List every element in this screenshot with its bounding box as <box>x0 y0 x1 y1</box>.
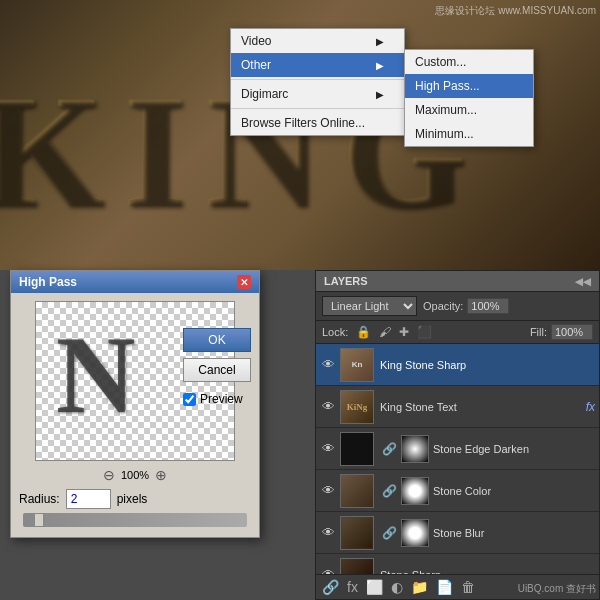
opacity-label: Opacity: <box>423 300 463 312</box>
folder-icon[interactable]: 📁 <box>411 579 428 595</box>
layer-item-stone-edge[interactable]: 👁 🔗 Stone Edge Darken <box>316 428 599 470</box>
layers-collapse-button[interactable]: ◀◀ <box>575 276 591 287</box>
layers-panel: LAYERS ◀◀ Linear Light Opacity: Lock: 🔒 … <box>315 270 600 600</box>
layer-item-stone-color[interactable]: 👁 🔗 Stone Color <box>316 470 599 512</box>
layer-mask-4 <box>401 519 429 547</box>
eye-icon-4[interactable]: 👁 <box>320 525 336 541</box>
add-style-icon[interactable]: fx <box>347 579 358 595</box>
eye-icon-3[interactable]: 👁 <box>320 483 336 499</box>
menu-other[interactable]: Other ▶ Custom... High Pass... Maximum..… <box>231 53 404 77</box>
fill-row: Fill: <box>530 324 593 340</box>
delete-layer-icon[interactable]: 🗑 <box>461 579 475 595</box>
chain-icon-4: 🔗 <box>382 526 397 540</box>
eye-icon-1[interactable]: 👁 <box>320 399 336 415</box>
add-mask-icon[interactable]: ⬜ <box>366 579 383 595</box>
watermark-bottom: UiBQ.com 查好书 <box>518 582 596 596</box>
preview-checkbox-row: Preview <box>183 392 251 406</box>
eye-icon-2[interactable]: 👁 <box>320 441 336 457</box>
radius-label: Radius: <box>19 492 60 506</box>
layers-panel-header: LAYERS ◀◀ <box>316 271 599 292</box>
layer-mask-3 <box>401 477 429 505</box>
other-submenu: Custom... High Pass... Maximum... Minimu… <box>404 49 534 147</box>
blend-mode-select[interactable]: Linear Light <box>322 296 417 316</box>
move-icon[interactable]: ✚ <box>399 325 409 339</box>
radius-slider[interactable] <box>23 513 247 527</box>
lock-icon[interactable]: 🔒 <box>356 325 371 339</box>
layer-thumb-0: Kn <box>340 348 374 382</box>
layer-item-king-stone-sharp[interactable]: 👁 Kn King Stone Sharp <box>316 344 599 386</box>
chain-icon-3: 🔗 <box>382 484 397 498</box>
layer-name-3: Stone Color <box>433 485 595 497</box>
layer-name-1: King Stone Text <box>380 401 582 413</box>
zoom-controls: ⊖ 100% ⊕ <box>103 467 167 483</box>
radius-row: Radius: pixels <box>19 489 251 509</box>
menu-separator <box>231 79 404 80</box>
menu-digimarc[interactable]: Digimarc ▶ <box>231 82 404 106</box>
dialog-buttons: OK Cancel Preview <box>183 328 251 406</box>
zoom-in-button[interactable]: ⊕ <box>155 467 167 483</box>
adjustment-icon[interactable]: ◐ <box>391 579 403 595</box>
watermark-top: 思缘设计论坛 www.MISSYUAN.com <box>435 4 596 18</box>
paint-icon[interactable]: 🖌 <box>379 325 391 339</box>
layer-item-stone-blur[interactable]: 👁 🔗 Stone Blur <box>316 512 599 554</box>
layer-name-2: Stone Edge Darken <box>433 443 595 455</box>
submenu-custom[interactable]: Custom... <box>405 50 533 74</box>
layer-name-4: Stone Blur <box>433 527 595 539</box>
fx-badge-1: fx <box>586 400 595 414</box>
preview-label: Preview <box>200 392 243 406</box>
layers-list: 👁 Kn King Stone Sharp 👁 KiNg King Stone … <box>316 344 599 596</box>
layers-toolbar: Linear Light Opacity: <box>316 292 599 321</box>
layer-mask-2 <box>401 435 429 463</box>
fill-input[interactable] <box>551 324 593 340</box>
layer-thumb-3 <box>340 474 374 508</box>
dialog-titlebar: High Pass ✕ <box>11 271 259 293</box>
preview-checkbox[interactable] <box>183 393 196 406</box>
layer-thumb-4 <box>340 516 374 550</box>
new-layer-icon[interactable]: 📄 <box>436 579 453 595</box>
cancel-button[interactable]: Cancel <box>183 358 251 382</box>
menu-video[interactable]: Video ▶ <box>231 29 404 53</box>
opacity-row: Opacity: <box>423 298 509 314</box>
ok-button[interactable]: OK <box>183 328 251 352</box>
layer-thumb-2 <box>340 432 374 466</box>
menu-browse[interactable]: Browse Filters Online... <box>231 111 404 135</box>
layer-thumb-1: KiNg <box>340 390 374 424</box>
submenu-highpass[interactable]: High Pass... <box>405 74 533 98</box>
lock-label: Lock: <box>322 326 348 338</box>
zoom-level: 100% <box>121 469 149 481</box>
lock-row: Lock: 🔒 🖌 ✚ ⬛ Fill: <box>316 321 599 344</box>
fill-label: Fill: <box>530 326 547 338</box>
dialog-close-button[interactable]: ✕ <box>237 275 251 289</box>
highpass-dialog: High Pass ✕ N ⊖ 100% ⊕ Radius: pixels OK… <box>10 270 260 538</box>
dialog-title: High Pass <box>19 275 77 289</box>
slider-thumb <box>34 513 44 527</box>
layer-item-king-stone-text[interactable]: 👁 KiNg King Stone Text fx <box>316 386 599 428</box>
preview-letter: N <box>56 312 135 439</box>
chain-icon-2: 🔗 <box>382 442 397 456</box>
dialog-body: N ⊖ 100% ⊕ Radius: pixels OK Cancel Prev… <box>11 293 259 537</box>
zoom-out-button[interactable]: ⊖ <box>103 467 115 483</box>
submenu-maximum[interactable]: Maximum... <box>405 98 533 122</box>
pixels-label: pixels <box>117 492 148 506</box>
filter-dropdown: Video ▶ Other ▶ Custom... High Pass... M… <box>230 28 405 136</box>
link-layers-icon[interactable]: 🔗 <box>322 579 339 595</box>
opacity-input[interactable] <box>467 298 509 314</box>
layer-name-0: King Stone Sharp <box>380 359 595 371</box>
all-lock-icon[interactable]: ⬛ <box>417 325 432 339</box>
submenu-minimum[interactable]: Minimum... <box>405 122 533 146</box>
menu-separator2 <box>231 108 404 109</box>
radius-input[interactable] <box>66 489 111 509</box>
eye-icon-0[interactable]: 👁 <box>320 357 336 373</box>
layers-panel-title: LAYERS <box>324 275 368 287</box>
